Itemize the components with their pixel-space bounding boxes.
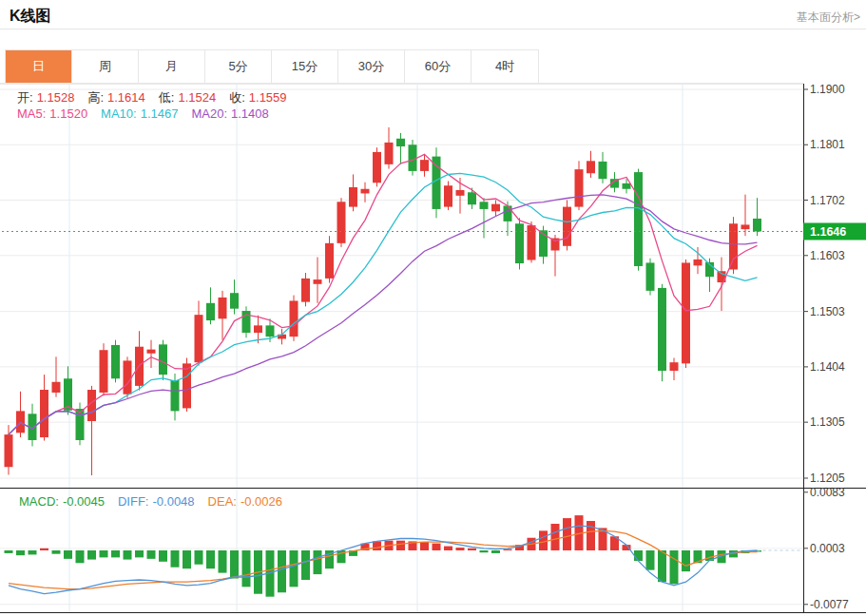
price-axis-labels: 1.19001.18011.17021.16031.15031.14041.13…	[803, 84, 845, 485]
svg-text:1.1603: 1.1603	[810, 249, 845, 262]
macd_display-dea-value: -0.0026	[241, 494, 282, 509]
ohlc_display-high-label: 高:	[87, 90, 104, 105]
ma20-line	[9, 195, 758, 434]
price-chart[interactable]: 1.19001.18011.17021.16031.15031.14041.13…	[0, 84, 866, 488]
macd_display-dea-label: DEA:	[208, 494, 237, 509]
ma_display-ma5-label: MA5:	[17, 106, 46, 121]
tab-日[interactable]: 日	[6, 50, 72, 83]
ma-readout: MA5:1.1520MA10:1.1467MA20:1.1408	[17, 106, 282, 121]
ohlc_display-open-value: 1.1528	[37, 90, 75, 105]
tab-月[interactable]: 月	[139, 50, 205, 83]
macd-readout: MACD:-0.0045DIFF:-0.0048DEA:-0.0026	[19, 494, 296, 509]
svg-text:0.0003: 0.0003	[810, 542, 845, 555]
ohlc-readout: 开:1.1528高:1.1614低:1.1524收:1.1559	[17, 89, 300, 106]
macd-histogram	[5, 515, 762, 597]
ma_display-ma10-label: MA10:	[101, 106, 137, 121]
ohlc_display-low-value: 1.1524	[178, 90, 216, 105]
tab-5分[interactable]: 5分	[205, 50, 272, 83]
macd_display-diff-label: DIFF:	[118, 494, 149, 509]
ma_display-ma5-value: 1.1520	[49, 106, 87, 121]
ohlc_display-close-value: 1.1559	[249, 90, 287, 105]
svg-text:1.1702: 1.1702	[810, 194, 845, 207]
ohlc_display-open-label: 开:	[17, 90, 33, 105]
macd_display-macd-value: -0.0045	[63, 494, 105, 509]
tab-4时[interactable]: 4时	[471, 50, 538, 83]
page-title: K线图	[10, 7, 51, 27]
svg-text:1.1646: 1.1646	[810, 225, 846, 239]
svg-text:1.1801: 1.1801	[810, 138, 845, 151]
svg-text:0.0083: 0.0083	[810, 488, 845, 499]
candles-layer	[5, 127, 762, 475]
ma10-line	[9, 173, 758, 434]
dea-line	[9, 530, 758, 588]
macd-axis-labels: 0.00830.0003-0.0077	[803, 488, 849, 611]
fundamental-analysis-link[interactable]: 基本面分析>	[797, 10, 860, 26]
ohlc_display-high-value: 1.1614	[107, 90, 145, 105]
ohlc_display-low-label: 低:	[159, 90, 175, 105]
svg-text:1.1503: 1.1503	[810, 305, 845, 318]
kline-page: { "header": { "title": "K线图", "link": "基…	[0, 0, 866, 616]
svg-text:1.1404: 1.1404	[810, 360, 845, 374]
svg-text:1.1205: 1.1205	[810, 472, 845, 485]
ma5-line	[9, 154, 758, 434]
tab-15分[interactable]: 15分	[272, 50, 338, 83]
diff-line	[9, 526, 758, 594]
macd_display-diff-value: -0.0048	[152, 494, 194, 509]
svg-text:1.1900: 1.1900	[810, 84, 845, 96]
ohlc_display-close-label: 收:	[229, 90, 245, 105]
current-price-tag: 1.1646	[803, 222, 866, 240]
svg-text:-0.0077: -0.0077	[810, 598, 849, 611]
ma_display-ma20-label: MA20:	[191, 106, 227, 121]
tab-60分[interactable]: 60分	[405, 50, 471, 83]
svg-text:1.1305: 1.1305	[810, 415, 845, 429]
period-tabbar: 日周月5分15分30分60分4时	[5, 49, 539, 84]
header-divider	[0, 29, 866, 29]
ma_display-ma20-value: 1.1408	[231, 106, 269, 121]
tab-30分[interactable]: 30分	[338, 50, 405, 83]
ma_display-ma10-value: 1.1467	[141, 106, 179, 121]
tab-周[interactable]: 周	[72, 50, 139, 83]
macd_display-macd-label: MACD:	[19, 494, 59, 509]
